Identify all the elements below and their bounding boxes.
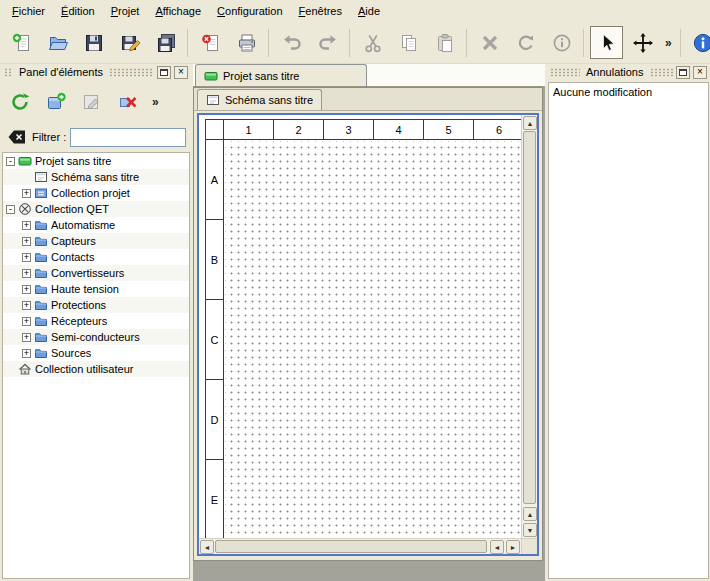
horizontal-scroll-thumb[interactable] <box>215 540 487 553</box>
schema-icon <box>34 170 48 184</box>
delete-button[interactable] <box>473 26 506 59</box>
tree-item-semi-conducteurs[interactable]: +Semi-conducteurs <box>3 329 189 345</box>
save-all-button[interactable] <box>149 26 182 59</box>
expander-spacer <box>6 365 15 374</box>
project-icon <box>18 154 32 168</box>
reload-collections-button[interactable] <box>5 87 35 117</box>
menu-configuration[interactable]: Configuration <box>209 2 290 20</box>
open-project-button[interactable] <box>41 26 74 59</box>
tree-item-contacts[interactable]: +Contacts <box>3 249 189 265</box>
filter-input[interactable] <box>70 128 186 147</box>
tree-item-automatisme[interactable]: +Automatisme <box>3 217 189 233</box>
scroll-left-button-secondary[interactable]: ◄ <box>490 540 504 554</box>
undo-history-list[interactable]: Aucune modification <box>548 82 709 579</box>
tree-item-recepteurs[interactable]: +Récepteurs <box>3 313 189 329</box>
expand-toggle[interactable]: + <box>22 285 31 294</box>
toolbar-separator <box>680 29 681 57</box>
expand-toggle[interactable]: + <box>22 253 31 262</box>
undo-button[interactable] <box>275 26 308 59</box>
expand-toggle[interactable]: + <box>22 189 31 198</box>
tree-item-capteurs[interactable]: +Capteurs <box>3 233 189 249</box>
scroll-right-button[interactable]: ► <box>506 540 520 554</box>
expand-toggle[interactable]: + <box>22 301 31 310</box>
qet-icon <box>18 202 32 216</box>
copy-button[interactable] <box>392 26 425 59</box>
paste-button[interactable] <box>428 26 461 59</box>
scroll-up-button[interactable]: ▲ <box>523 116 537 130</box>
about-button[interactable] <box>687 26 710 59</box>
expand-toggle[interactable]: + <box>22 237 31 246</box>
close-file-button[interactable] <box>194 26 227 59</box>
save-button[interactable] <box>77 26 110 59</box>
collapse-toggle[interactable]: - <box>6 205 15 214</box>
edit-element-button[interactable] <box>77 87 107 117</box>
schema-view: 123456 ABCDE ▲ ▲ ▼ ◄ ◄ ► <box>197 113 539 556</box>
tree-item-projet-sans-titre[interactable]: -Projet sans titre <box>3 153 189 169</box>
schema-paper: 123456 ABCDE <box>205 119 521 538</box>
tree-item-schema-sans-titre[interactable]: Schéma sans titre <box>3 169 189 185</box>
expand-toggle[interactable]: + <box>22 333 31 342</box>
cut-button[interactable] <box>356 26 389 59</box>
close-panel-button[interactable]: × <box>174 66 188 79</box>
tab-schema-sans-titre[interactable]: Schéma sans titre <box>197 89 322 110</box>
save-as-button[interactable] <box>113 26 146 59</box>
element-info-button[interactable] <box>545 26 578 59</box>
dock-drag-handle[interactable] <box>650 68 674 77</box>
save-all-icon <box>155 32 177 54</box>
menu-fenetres[interactable]: Fenêtres <box>291 2 350 20</box>
new-element-button[interactable] <box>41 87 71 117</box>
toolbar-separator <box>268 29 269 57</box>
tree-item-collection-utilisateur[interactable]: Collection utilisateur <box>3 361 189 377</box>
elements-panel-titlebar: Panel d'éléments × <box>2 64 190 80</box>
tab-projet-sans-titre[interactable]: Projet sans titre <box>195 64 367 86</box>
menu-aide[interactable]: Aide <box>350 2 388 20</box>
redo-button[interactable] <box>311 26 344 59</box>
menu-projet[interactable]: Projet <box>103 2 148 20</box>
panel-toolbar-overflow-button[interactable]: » <box>149 95 162 109</box>
select-mode-button[interactable] <box>590 26 623 59</box>
schema-canvas[interactable]: 123456 ABCDE <box>199 115 521 538</box>
float-panel-button[interactable] <box>157 66 171 79</box>
float-panel-button[interactable] <box>676 66 690 79</box>
menu-edition[interactable]: Édition <box>53 2 103 20</box>
paste-icon <box>434 32 456 54</box>
scroll-down-button[interactable]: ▼ <box>523 523 537 537</box>
delete-element-button[interactable] <box>113 87 143 117</box>
row-header-A: A <box>206 140 223 220</box>
clear-filter-button[interactable] <box>6 127 28 147</box>
expand-toggle[interactable]: + <box>22 317 31 326</box>
project-tabbar: Projet sans titre <box>193 64 545 87</box>
collapse-toggle[interactable]: - <box>6 157 15 166</box>
delete-element-icon <box>117 91 139 113</box>
tree-item-convertisseurs[interactable]: +Convertisseurs <box>3 265 189 281</box>
expand-toggle[interactable]: + <box>22 349 31 358</box>
dock-drag-handle[interactable] <box>4 68 13 77</box>
tree-item-label: Schéma sans titre <box>51 171 143 183</box>
vertical-scroll-thumb[interactable] <box>523 131 536 504</box>
expand-toggle[interactable]: + <box>22 269 31 278</box>
scroll-up-button-secondary[interactable]: ▲ <box>523 507 537 521</box>
rotate-button[interactable] <box>509 26 542 59</box>
horizontal-scrollbar[interactable]: ◄ ◄ ► <box>199 538 521 554</box>
tree-item-haute-tension[interactable]: +Haute tension <box>3 281 189 297</box>
close-panel-button[interactable]: × <box>693 66 707 79</box>
expand-toggle[interactable]: + <box>22 221 31 230</box>
dock-drag-handle[interactable] <box>550 68 580 77</box>
toolbar-overflow-button[interactable]: » <box>662 36 675 50</box>
print-button[interactable] <box>230 26 263 59</box>
folder-icon <box>34 234 48 248</box>
scroll-left-button[interactable]: ◄ <box>200 540 214 554</box>
menu-affichage[interactable]: Affichage <box>147 2 209 20</box>
tree-item-collection-qet[interactable]: -Collection QET <box>3 201 189 217</box>
tree-item-sources[interactable]: +Sources <box>3 345 189 361</box>
close-file-icon <box>200 32 222 54</box>
menu-fichier[interactable]: Fichier <box>4 2 53 20</box>
toolbar-group <box>5 26 182 59</box>
vertical-scrollbar[interactable]: ▲ ▲ ▼ <box>521 115 537 538</box>
dock-drag-handle[interactable] <box>109 68 154 77</box>
scroll-mode-button[interactable] <box>626 26 659 59</box>
tree-item-collection-projet[interactable]: +Collection projet <box>3 185 189 201</box>
tree-item-label: Semi-conducteurs <box>51 331 144 343</box>
tree-item-protections[interactable]: +Protections <box>3 297 189 313</box>
new-file-button[interactable] <box>5 26 38 59</box>
